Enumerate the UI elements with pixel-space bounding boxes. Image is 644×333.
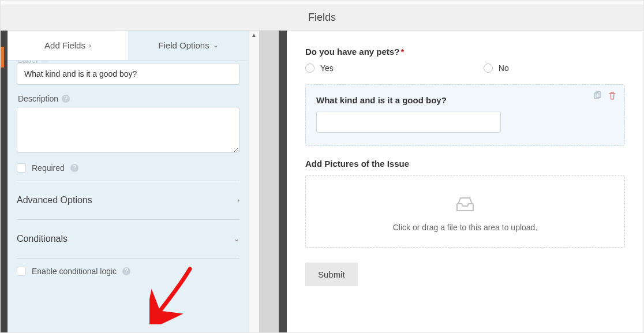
sidebar-tabs: Add Fields › Field Options ⌄ [8,31,249,61]
help-icon[interactable]: ? [70,164,78,172]
tab-field-options[interactable]: Field Options ⌄ [128,31,249,60]
help-icon[interactable]: ? [122,267,130,275]
left-rail [1,31,8,332]
enable-conditional-row[interactable]: Enable conditional logic ? [17,267,239,276]
advanced-options-label: Advanced Options [17,195,92,205]
radio-option-no[interactable]: No [484,63,509,73]
radio-icon [484,63,493,73]
tab-add-fields-label: Add Fields [44,40,85,50]
conditionals-toggle[interactable]: Conditionals ⌄ [17,226,239,252]
chevron-right-icon: › [237,196,239,204]
duplicate-icon[interactable] [592,91,602,101]
enable-conditional-checkbox[interactable] [17,267,26,276]
sidebar-scrollbar[interactable]: ▲ [249,31,259,332]
divider [17,258,239,259]
question-2-input[interactable] [316,111,501,133]
enable-conditional-label: Enable conditional logic [32,267,117,276]
label-caption: Label [18,61,38,63]
required-label: Required [32,163,65,173]
body: Add Fields › Field Options ⌄ Label ? [1,31,643,332]
question-1-label: Do you have any pets?* [305,47,625,57]
upload-label: Add Pictures of the Issue [305,159,625,169]
description-row: Description ? [18,94,238,103]
tab-field-options-label: Field Options [158,40,209,50]
required-star-icon: * [400,47,404,57]
sidebar: Add Fields › Field Options ⌄ Label ? [8,31,249,332]
form-preview: Do you have any pets?* Yes No [287,31,643,332]
gap-column [259,31,279,332]
question-2-label: What kind and is it a good boy? [316,95,614,105]
field-actions [592,91,617,101]
submit-button[interactable]: Submit [305,263,358,286]
app-frame: Fields Add Fields › Field Options ⌄ [0,0,644,333]
help-icon[interactable]: ? [62,95,70,103]
file-upload-dropzone[interactable]: Click or drag a file to this area to upl… [305,175,625,248]
tab-add-fields[interactable]: Add Fields › [8,31,128,60]
trash-icon[interactable] [607,91,617,101]
help-icon[interactable]: ? [41,61,49,63]
radio-option-yes[interactable]: Yes [305,63,334,73]
label-row: Label ? [17,61,239,63]
description-input[interactable] [17,107,239,153]
radio-no-label: No [499,63,509,73]
field-options-panel: Label ? Description ? Required ? [8,61,249,332]
page-title: Fields [308,12,336,24]
scroll-up-icon[interactable]: ▲ [251,32,257,38]
preview-shadow [279,31,287,332]
required-row[interactable]: Required ? [17,163,239,173]
inbox-icon [312,196,619,217]
conditionals-label: Conditionals [17,234,68,244]
chevron-right-icon: › [89,42,91,50]
question-1-text: Do you have any pets? [305,47,399,57]
title-bar: Fields [1,5,643,31]
top-strip [1,1,643,5]
selected-field-card[interactable]: What kind and is it a good boy? [305,84,625,146]
radio-icon [305,63,314,73]
sidebar-wrap: Add Fields › Field Options ⌄ Label ? [8,31,259,332]
advanced-options-toggle[interactable]: Advanced Options › [17,187,239,214]
divider [17,219,239,220]
question-1-options: Yes No [305,63,625,73]
divider [17,181,239,181]
radio-yes-label: Yes [320,63,334,73]
chevron-down-icon: ⌄ [234,235,239,243]
label-input[interactable] [17,63,239,85]
required-checkbox[interactable] [17,163,26,173]
upload-hint: Click or drag a file to this area to upl… [393,223,538,232]
description-caption: Description [18,94,58,103]
chevron-down-icon: ⌄ [213,41,219,49]
